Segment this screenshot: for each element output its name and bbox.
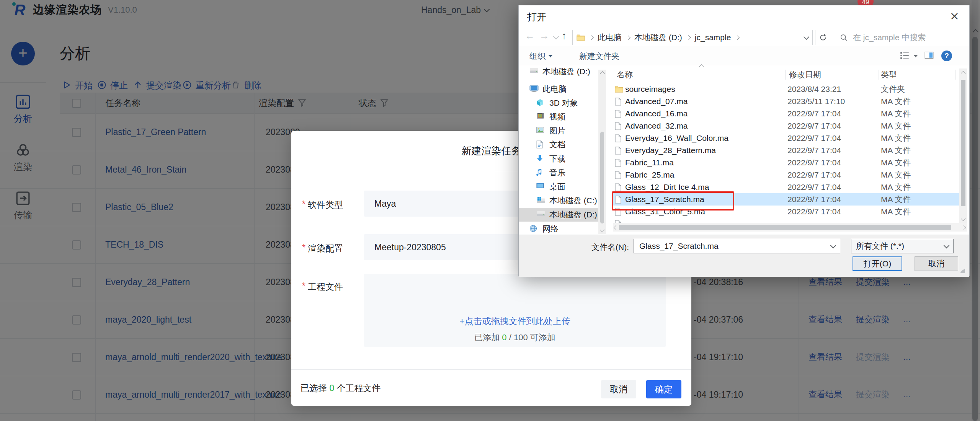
sidebar-item-label: 3D 对象	[549, 98, 578, 108]
dialog-sidebar-item[interactable]: 本地磁盘 (D:)	[519, 208, 598, 222]
scroll-left-icon[interactable]	[614, 225, 619, 230]
file-row[interactable]: Everyday_28_Pattern.ma2022/9/7 17:04MA 文…	[613, 144, 959, 157]
forward-icon[interactable]: →	[539, 30, 549, 42]
dialog-cancel-button[interactable]: 取消	[915, 256, 958, 271]
file-row[interactable]: Advanced_32.ma2022/9/7 17:04MA 文件	[613, 120, 959, 132]
file-type: MA 文件	[881, 169, 911, 181]
scroll-up-icon[interactable]	[600, 71, 605, 76]
dialog-sidebar-item[interactable]: 音乐	[519, 166, 598, 179]
file-row[interactable]: sourceimages2023/8/4 23:21文件夹	[613, 83, 959, 95]
search-box[interactable]	[835, 30, 965, 45]
dialog-sidebar-item[interactable]: 此电脑	[519, 82, 598, 96]
column-header-date[interactable]: 修改日期	[789, 69, 821, 81]
breadcrumb-segment[interactable]: 本地磁盘 (D:)	[634, 32, 682, 43]
render-config-label: *渲染配置	[302, 243, 363, 255]
chevron-down-icon[interactable]	[804, 34, 810, 40]
help-icon[interactable]: ?	[941, 51, 952, 61]
file-list-vscrollbar[interactable]	[959, 69, 967, 223]
software-type-label: *软件类型	[302, 199, 363, 211]
details-view-icon[interactable]	[900, 51, 909, 60]
file-name: Advanced_07.ma	[625, 95, 688, 108]
resize-grip[interactable]	[960, 268, 965, 273]
search-input[interactable]	[852, 33, 960, 42]
dialog-sidebar-item[interactable]: 3D 对象	[519, 96, 598, 110]
sidebar-item-label: 下载	[549, 153, 565, 164]
file-name: Advanced_32.ma	[625, 120, 688, 132]
sidebar-item-label: 此电脑	[542, 84, 567, 95]
column-header-type[interactable]: 类型	[881, 69, 897, 81]
dialog-sidebar-item[interactable]: 文档	[519, 138, 598, 152]
selected-count: 0	[329, 383, 334, 393]
dialog-sidebar-item[interactable]: 本地磁盘 (D:)	[519, 65, 598, 78]
scroll-down-icon[interactable]	[961, 216, 966, 221]
dialog-sidebar-item[interactable]: 本地磁盘 (C:)	[519, 194, 598, 207]
dialog-sidebar-item[interactable]: 网络	[519, 222, 598, 236]
file-name: Fabric_25.ma	[625, 169, 674, 181]
dialog-sidebar-item[interactable]: 桌面	[519, 180, 598, 194]
column-separator	[879, 70, 879, 80]
folder-icon	[615, 85, 622, 93]
file-row[interactable]: Advanced_16.ma2022/9/7 17:04MA 文件	[613, 108, 959, 120]
sidebar-scrollbar[interactable]	[598, 70, 606, 234]
cube-3d-icon	[536, 99, 546, 107]
organize-menu[interactable]: 组织	[529, 51, 552, 62]
new-folder-button[interactable]: 新建文件夹	[579, 51, 619, 62]
breadcrumb-segment[interactable]: 此电脑	[598, 32, 622, 43]
file-type: MA 文件	[881, 95, 911, 108]
caret-down-icon[interactable]	[914, 55, 918, 57]
dialog-sidebar-item[interactable]: 视频	[519, 110, 598, 124]
close-icon[interactable]: ×	[950, 9, 959, 23]
file-row[interactable]: Fabric_11.ma2022/9/7 17:04MA 文件	[613, 157, 959, 169]
breadcrumb-chevron-icon	[626, 35, 630, 40]
file-name: sourceimages	[625, 83, 675, 95]
file-row[interactable]: Everyday_16_Wall_Color.ma2022/9/7 17:04M…	[613, 132, 959, 144]
drive-windows-icon	[536, 196, 546, 205]
breadcrumb-segment[interactable]: jc_sample	[695, 33, 731, 42]
scroll-up-icon[interactable]	[961, 71, 966, 76]
refresh-button[interactable]	[815, 30, 831, 45]
dialog-sidebar-item[interactable]: 图片	[519, 124, 598, 138]
open-button[interactable]: 打开(O)	[853, 256, 902, 271]
file-date: 2022/9/7 17:04	[787, 157, 841, 169]
back-icon[interactable]: ←	[525, 30, 535, 42]
dialog-title: 打开	[527, 11, 546, 23]
sidebar-item-label: 音乐	[549, 167, 565, 178]
confirm-button[interactable]: 确定	[646, 380, 681, 398]
sidebar-item-label: 本地磁盘 (D:)	[542, 66, 590, 77]
folder-icon	[577, 34, 585, 41]
cancel-button[interactable]: 取消	[601, 380, 636, 398]
filename-input[interactable]	[639, 241, 831, 251]
file-row[interactable]: Fabric_25.ma2022/9/7 17:04MA 文件	[613, 169, 959, 181]
scrollbar-thumb[interactable]	[961, 80, 965, 206]
file-row[interactable]: Advanced_07.ma2023/5/11 17:10MA 文件	[613, 95, 959, 108]
filename-combobox[interactable]	[634, 239, 840, 253]
file-list-hscrollbar[interactable]	[613, 223, 967, 232]
upload-dropzone[interactable]: +点击或拖拽文件到此处上传 已添加 0 / 100 可添加	[364, 274, 666, 347]
file-date: 2022/9/7 17:04	[787, 120, 841, 132]
music-note-icon	[536, 168, 546, 177]
file-date: 2023/5/11 17:10	[787, 95, 845, 108]
sidebar-item-label: 视频	[549, 111, 565, 122]
scroll-down-icon[interactable]	[600, 227, 605, 232]
address-bar[interactable]: 此电脑本地磁盘 (D:)jc_sample	[572, 30, 813, 45]
scroll-right-icon[interactable]	[961, 225, 966, 230]
file-date: 2022/9/7 17:04	[787, 132, 841, 144]
preview-pane-icon[interactable]	[924, 51, 934, 59]
history-chevron-icon[interactable]	[553, 34, 559, 40]
file-date: 2022/9/7 17:04	[787, 169, 841, 181]
file-icon	[615, 159, 622, 166]
required-asterisk: *	[302, 199, 305, 211]
file-icon	[615, 134, 622, 142]
upload-link[interactable]: +点击或拖拽文件到此处上传	[364, 315, 666, 327]
breadcrumb-chevron-icon	[589, 35, 594, 40]
up-icon[interactable]: ↑	[562, 30, 567, 42]
scrollbar-thumb[interactable]	[619, 225, 951, 230]
scrollbar-thumb[interactable]	[600, 132, 604, 224]
screen: R 边缘渲染农场 V1.10.0 Hands_on_Lab + 分析渲染传输 分…	[0, 0, 980, 421]
dialog-sidebar-item[interactable]: 下载	[519, 152, 598, 166]
file-type: 文件夹	[881, 83, 905, 95]
filetype-filter-dropdown[interactable]: 所有文件 (*.*)	[851, 239, 954, 253]
chevron-down-icon	[944, 242, 950, 248]
column-header-filename[interactable]: 名称	[617, 69, 633, 81]
selected-files-summary: 已选择 0 个工程文件	[301, 382, 381, 394]
